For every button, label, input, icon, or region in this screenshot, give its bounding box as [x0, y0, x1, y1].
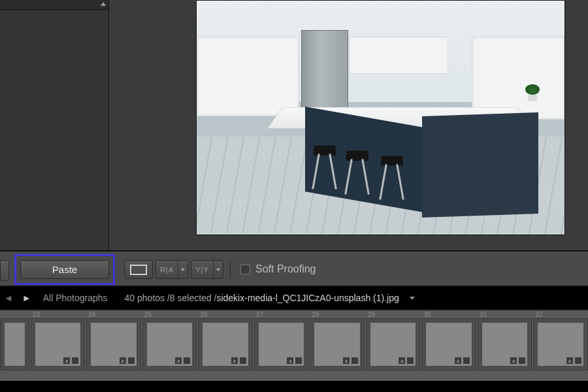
edit-badge-icon: ±	[286, 357, 294, 365]
chevron-down-icon[interactable]	[410, 297, 415, 300]
main-photo[interactable]	[196, 0, 565, 235]
thumb-index: 32	[535, 311, 542, 318]
view-compare-yy-label: Y|Y	[191, 266, 213, 274]
left-panel-header	[0, 0, 108, 10]
edit-badge-icon: ±	[454, 357, 462, 365]
toolbar-separator	[230, 261, 231, 278]
chevron-down-icon[interactable]	[178, 261, 188, 278]
stack-badge-icon	[406, 357, 414, 365]
toolbar: Paste R|A Y|Y Soft Proofing	[0, 250, 588, 287]
left-panel	[0, 0, 109, 250]
stack-badge-icon	[127, 357, 135, 365]
paste-button-highlight: Paste	[14, 254, 115, 285]
checkbox-icon[interactable]	[240, 265, 250, 274]
thumb-badges: ±	[174, 357, 191, 365]
filmstrip-thumb[interactable]: 24±	[86, 318, 141, 370]
thumb-badges: ±	[286, 357, 302, 365]
filmstrip-thumb[interactable]: 29±	[366, 318, 421, 370]
filmstrip-thumb[interactable]: 32±	[533, 318, 588, 370]
thumb-badges: ±	[454, 357, 470, 365]
view-mode-group: R|A Y|Y	[124, 260, 235, 279]
stack-badge-icon	[351, 357, 359, 365]
thumb-index: 28	[312, 311, 319, 318]
nav-back-icon[interactable]: ◄	[3, 293, 14, 303]
stack-badge-icon	[574, 357, 582, 365]
breadcrumb-filename[interactable]: sidekix-media-l_QC1JICzA0-unsplash (1).j…	[216, 293, 399, 303]
filmstrip-thumb[interactable]: 31±	[478, 318, 532, 370]
filmstrip-thumb[interactable]: 30±	[421, 318, 476, 370]
thumb-index: 30	[423, 311, 431, 318]
thumb-badges: ±	[342, 357, 359, 365]
soft-proofing-label: Soft Proofing	[255, 263, 316, 275]
thumb-image	[5, 323, 25, 366]
thumb-index: 29	[368, 311, 375, 318]
breadcrumb-count: 40 photos /8 selected /sidekix-media-l_Q…	[125, 293, 399, 303]
thumb-index: 27	[256, 311, 263, 318]
single-view-icon	[130, 265, 147, 275]
nav-forward-icon[interactable]: ►	[21, 293, 33, 303]
thumb-index: 26	[200, 311, 207, 318]
thumb-index: 31	[480, 311, 487, 318]
prev-toolbar-button-edge[interactable]	[0, 260, 9, 281]
stack-badge-icon	[518, 357, 526, 365]
bottom-bar	[0, 381, 588, 392]
edit-badge-icon: ±	[566, 357, 574, 365]
thumb-badges: ±	[566, 357, 582, 365]
soft-proofing-toggle[interactable]: Soft Proofing	[240, 261, 316, 278]
paste-button[interactable]: Paste	[20, 260, 109, 279]
paste-button-label: Paste	[52, 264, 77, 275]
thumb-badges: ±	[119, 357, 135, 365]
filmstrip-thumbs: 23±24±25±26±27±28±29±30±31±32±	[0, 312, 588, 381]
edit-badge-icon: ±	[119, 357, 127, 365]
edit-badge-icon: ±	[342, 357, 350, 365]
view-single-button[interactable]	[124, 260, 153, 279]
breadcrumb-source[interactable]: All Photographs	[43, 293, 108, 303]
canvas-area	[109, 0, 588, 250]
edit-badge-icon: ±	[231, 357, 238, 365]
thumb-index: 25	[144, 311, 152, 318]
thumb-index: 24	[88, 311, 95, 318]
filmstrip-thumb[interactable]: 26±	[198, 318, 253, 370]
stack-badge-icon	[183, 357, 191, 365]
filmstrip-thumb[interactable]: 27±	[254, 318, 309, 370]
chevron-down-icon[interactable]	[213, 261, 223, 278]
panel-scroll-up-icon[interactable]	[101, 2, 106, 7]
edit-badge-icon: ±	[510, 357, 517, 365]
thumb-badges: ±	[398, 357, 414, 365]
thumb-badges: ±	[231, 357, 247, 365]
edit-badge-icon: ±	[398, 357, 406, 365]
view-compare-ra-button[interactable]: R|A	[155, 260, 188, 279]
edit-badge-icon: ±	[174, 357, 182, 365]
filmstrip-thumb[interactable]: 25±	[142, 318, 197, 370]
filmstrip: 23±24±25±26±27±28±29±30±31±32±	[0, 309, 588, 381]
stack-badge-icon	[71, 357, 79, 365]
stack-badge-icon	[239, 357, 247, 365]
breadcrumb-bar: ◄ ► All Photographs 40 photos /8 selecte…	[0, 287, 588, 309]
thumb-index: 23	[33, 311, 40, 318]
thumb-badges: ±	[63, 357, 79, 365]
stack-badge-icon	[295, 357, 302, 365]
view-compare-yy-button[interactable]: Y|Y	[191, 260, 223, 279]
edit-badge-icon: ±	[63, 357, 71, 365]
stack-badge-icon	[463, 357, 470, 365]
filmstrip-thumb[interactable]	[0, 318, 29, 370]
view-compare-ra-label: R|A	[156, 266, 178, 274]
filmstrip-thumb[interactable]: 23±	[31, 318, 86, 370]
thumb-badges: ±	[510, 357, 526, 365]
filmstrip-thumb[interactable]: 28±	[310, 318, 365, 370]
